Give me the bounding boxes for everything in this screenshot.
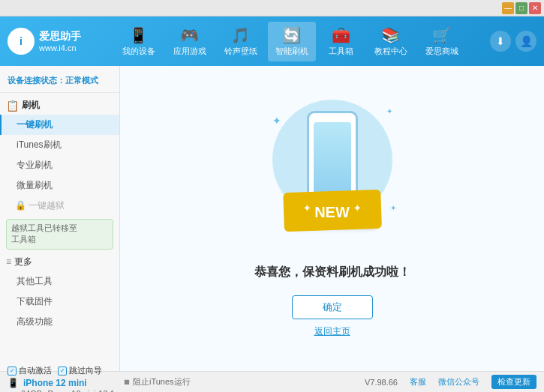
sidebar-item-one-click-flash[interactable]: 一键刷机 — [0, 115, 119, 135]
phone-illustration: ✦ ✦ ✦ ✦ NEW ✦ — [265, 100, 400, 250]
download-button[interactable]: ⬇ — [490, 31, 511, 52]
phone-screen — [314, 122, 351, 194]
note-line1: 越狱工具已转移至 — [11, 223, 108, 234]
new-badge: ✦ NEW ✦ — [290, 197, 375, 227]
customer-service-link[interactable]: 客服 — [410, 376, 426, 388]
logo-area: i 爱思助手 www.i4.cn — [8, 28, 90, 55]
logo-main-text: 爱思助手 — [39, 29, 81, 43]
checkbox-skip-wizard-label: 跳过向导 — [69, 365, 102, 376]
minimize-button[interactable]: — — [502, 2, 514, 14]
confirm-button[interactable]: 确定 — [292, 295, 373, 319]
flash-section: 📋 刷机 一键刷机 iTunes刷机 专业刷机 微量刷机 🔒 一键越狱 越狱工具… — [0, 96, 119, 250]
nav-apps-games[interactable]: 🎮 应用游戏 — [166, 22, 214, 61]
close-button[interactable]: ✕ — [529, 2, 541, 14]
user-button[interactable]: 👤 — [515, 31, 536, 52]
jailbreak-note: 越狱工具已转移至 工具箱 — [6, 219, 113, 250]
header-actions: ⬇ 👤 — [490, 31, 536, 52]
sidebar-item-jailbreak-disabled: 🔒 一键越狱 — [0, 196, 119, 216]
my-device-label: 我的设备 — [122, 46, 155, 57]
smart-flash-icon: 🔄 — [282, 26, 301, 44]
device-status: 设备连接状态：正常模式 — [0, 72, 119, 93]
device-model: Down-12mini-13.1 — [47, 389, 114, 392]
stop-itunes-icon: ⏹ — [123, 378, 131, 386]
checkbox-skip-wizard[interactable]: ✓ 跳过向导 — [58, 365, 102, 376]
header: i 爱思助手 www.i4.cn 📱 我的设备 🎮 应用游戏 🎵 铃声壁纸 🔄 … — [0, 16, 544, 66]
new-badge-star-right: ✦ — [353, 203, 361, 214]
device-info: 📱 iPhone 12 mini — [8, 378, 120, 388]
apps-games-label: 应用游戏 — [173, 46, 206, 57]
bottom-right: V7.98.66 客服 微信公众号 检查更新 — [365, 375, 536, 389]
more-section-header: ≡ 更多 — [0, 253, 119, 271]
note-line2: 工具箱 — [11, 234, 108, 245]
logo-text: 爱思助手 www.i4.cn — [39, 29, 81, 53]
version-info: V7.98.66 — [365, 378, 398, 387]
flash-section-icon: 📋 — [6, 100, 19, 112]
new-badge-star-left: ✦ — [303, 203, 311, 214]
check-update-button[interactable]: 检查更新 — [491, 375, 536, 389]
go-home-link[interactable]: 返回主页 — [314, 325, 350, 338]
sidebar-item-download-firmware[interactable]: 下载固件 — [0, 292, 119, 312]
new-badge-text: NEW — [314, 204, 350, 220]
sidebar-item-advanced[interactable]: 高级功能 — [0, 312, 119, 332]
maximize-button[interactable]: □ — [515, 2, 527, 14]
sparkle-icon-br: ✦ — [390, 204, 396, 212]
bottom-device-section: ✓ 自动激活 ✓ 跳过向导 📱 iPhone 12 mini 64GB Down… — [8, 365, 120, 392]
nav-mall[interactable]: 🛒 爱思商城 — [418, 22, 466, 61]
status-label: 设备连接状态： — [8, 76, 65, 85]
tutorial-label: 教程中心 — [374, 46, 407, 57]
toolbox-label: 工具箱 — [329, 46, 353, 57]
smart-flash-label: 智能刷机 — [275, 46, 308, 57]
toolbox-icon: 🧰 — [332, 26, 350, 44]
sidebar-item-micro-flash[interactable]: 微量刷机 — [0, 175, 119, 196]
stop-itunes-label[interactable]: 阻止iTunes运行 — [133, 376, 191, 388]
my-device-icon: 📱 — [129, 26, 148, 44]
checkbox-auto-activate-box: ✓ — [8, 367, 17, 376]
jailbreak-label: 🔒 一键越狱 — [15, 199, 65, 212]
tutorial-icon: 📚 — [381, 26, 400, 44]
main-layout: 设备连接状态：正常模式 📋 刷机 一键刷机 iTunes刷机 专业刷机 微量刷机… — [0, 66, 544, 371]
more-section-icon: ≡ — [6, 256, 11, 267]
flash-section-label: 刷机 — [22, 99, 40, 112]
title-bar: — □ ✕ — [0, 0, 544, 16]
content-area: ✦ ✦ ✦ ✦ NEW ✦ 恭喜您，保资料刷机成功啦！ 确定 返回主页 — [120, 66, 544, 371]
bottom-bar: ✓ 自动激活 ✓ 跳过向导 📱 iPhone 12 mini 64GB Down… — [0, 371, 544, 392]
nav-tutorial[interactable]: 📚 教程中心 — [367, 22, 415, 61]
nav-bar: 📱 我的设备 🎮 应用游戏 🎵 铃声壁纸 🔄 智能刷机 🧰 工具箱 📚 教程中心… — [90, 22, 490, 61]
logo-sub-text: www.i4.cn — [39, 43, 81, 53]
nav-smart-flash[interactable]: 🔄 智能刷机 — [268, 22, 316, 61]
ringtone-icon: 🎵 — [231, 26, 250, 44]
ringtone-label: 铃声壁纸 — [224, 46, 257, 57]
mall-icon: 🛒 — [432, 26, 451, 44]
checkboxes-row: ✓ 自动激活 ✓ 跳过向导 — [8, 365, 120, 376]
status-value: 正常模式 — [65, 76, 98, 85]
mall-label: 爱思商城 — [425, 46, 458, 57]
device-details: 64GB Down-12mini-13.1 — [8, 388, 120, 392]
sidebar-item-pro-flash[interactable]: 专业刷机 — [0, 155, 119, 175]
stop-itunes-container: ⏹ 阻止iTunes运行 — [123, 376, 191, 388]
wechat-public-link[interactable]: 微信公众号 — [438, 376, 479, 388]
apps-games-icon: 🎮 — [180, 26, 199, 44]
success-message: 恭喜您，保资料刷机成功啦！ — [254, 265, 410, 280]
more-section-label: 更多 — [14, 256, 32, 268]
more-section: ≡ 更多 其他工具 下载固件 高级功能 — [0, 253, 119, 332]
logo-icon: i — [8, 28, 35, 55]
device-phone-icon: 📱 — [8, 378, 19, 388]
sidebar-item-other-tools[interactable]: 其他工具 — [0, 271, 119, 292]
sparkle-icon-tr: ✦ — [386, 107, 392, 115]
sparkle-icon-tl: ✦ — [272, 115, 281, 127]
device-storage: 64GB — [21, 389, 42, 392]
checkbox-auto-activate[interactable]: ✓ 自动激活 — [8, 365, 52, 376]
nav-ringtone-wallpaper[interactable]: 🎵 铃声壁纸 — [217, 22, 265, 61]
sidebar: 设备连接状态：正常模式 📋 刷机 一键刷机 iTunes刷机 专业刷机 微量刷机… — [0, 66, 120, 371]
checkbox-skip-wizard-box: ✓ — [58, 367, 67, 376]
device-name: iPhone 12 mini — [23, 378, 87, 388]
flash-section-header: 📋 刷机 — [0, 96, 119, 115]
checkbox-auto-activate-label: 自动激活 — [19, 365, 52, 376]
sidebar-item-itunes-flash[interactable]: iTunes刷机 — [0, 135, 119, 155]
nav-toolbox[interactable]: 🧰 工具箱 — [319, 22, 364, 61]
nav-my-device[interactable]: 📱 我的设备 — [115, 22, 163, 61]
